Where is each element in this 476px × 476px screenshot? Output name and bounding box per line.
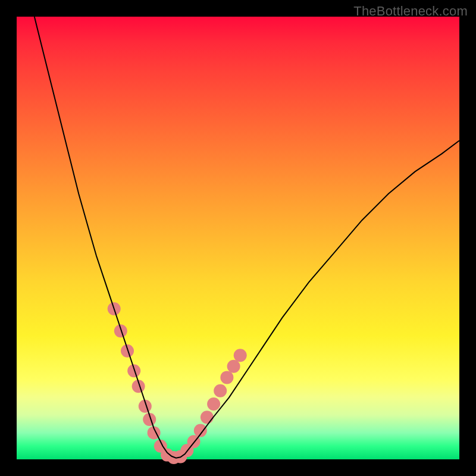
curve-marker <box>114 324 127 337</box>
curve-marker <box>207 397 220 411</box>
markers-group <box>108 302 247 464</box>
watermark-text: TheBottleneck.com <box>353 4 468 19</box>
bottleneck-chart-svg <box>17 17 459 459</box>
curve-marker <box>201 411 214 424</box>
curve-marker <box>234 349 247 362</box>
chart-plot-area <box>17 17 459 459</box>
curve-marker <box>127 364 140 377</box>
curve-marker <box>220 371 233 384</box>
curve-marker <box>121 345 134 358</box>
curve-marker <box>227 360 240 373</box>
curve-marker <box>214 384 227 397</box>
bottleneck-curve-path <box>35 17 459 458</box>
